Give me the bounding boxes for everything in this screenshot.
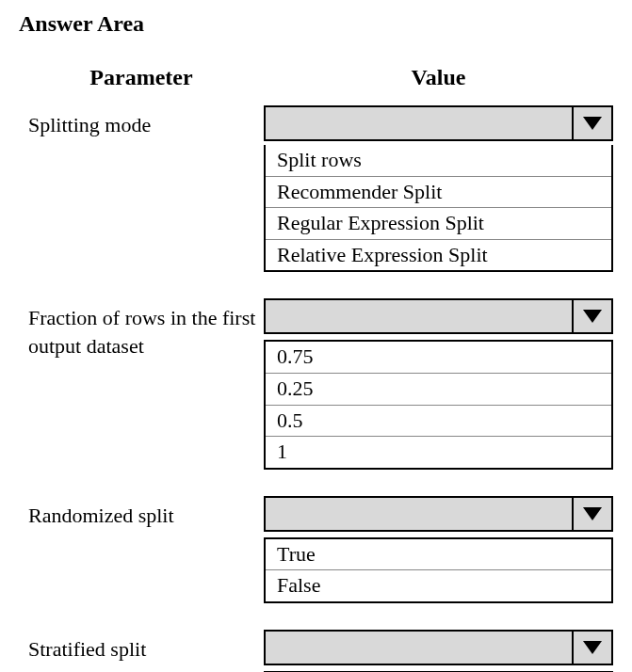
label-splitting-mode: Splitting mode — [19, 105, 264, 139]
svg-marker-2 — [583, 507, 602, 520]
option-1[interactable]: 1 — [266, 437, 611, 468]
column-headers: Parameter Value — [19, 65, 613, 90]
row-randomized: Randomized split True False — [19, 496, 613, 603]
chevron-down-icon[interactable] — [572, 498, 611, 530]
options-splitting-mode: Split rows Recommender Split Regular Exp… — [264, 145, 613, 272]
options-fraction: 0.75 0.25 0.5 1 — [264, 340, 613, 469]
dropdown-stratified[interactable] — [264, 630, 613, 665]
answer-area-title: Answer Area — [19, 11, 613, 37]
option-recommender-split[interactable]: Recommender Split — [266, 177, 611, 209]
option-relative-expression-split[interactable]: Relative Expression Split — [266, 240, 611, 271]
chevron-down-icon[interactable] — [572, 107, 611, 139]
chevron-down-icon[interactable] — [572, 300, 611, 332]
row-fraction: Fraction of rows in the first output dat… — [19, 298, 613, 469]
dropdown-selected-splitting-mode — [266, 107, 572, 139]
option-randomized-false[interactable]: False — [266, 570, 611, 601]
option-split-rows[interactable]: Split rows — [266, 145, 611, 177]
svg-marker-3 — [583, 641, 602, 654]
svg-marker-1 — [583, 310, 602, 323]
row-stratified: Stratified split True False — [19, 630, 613, 672]
dropdown-randomized[interactable] — [264, 496, 613, 532]
chevron-down-icon[interactable] — [572, 632, 611, 664]
header-parameter: Parameter — [19, 65, 264, 90]
dropdown-selected-fraction — [266, 300, 572, 332]
header-value: Value — [264, 65, 613, 90]
option-0-75[interactable]: 0.75 — [266, 342, 611, 374]
dropdown-splitting-mode[interactable] — [264, 105, 613, 141]
label-stratified: Stratified split — [19, 630, 264, 664]
options-randomized: True False — [264, 537, 613, 603]
row-splitting-mode: Splitting mode Split rows Recommender Sp… — [19, 105, 613, 272]
dropdown-fraction[interactable] — [264, 298, 613, 334]
option-0-25[interactable]: 0.25 — [266, 374, 611, 406]
option-0-5[interactable]: 0.5 — [266, 406, 611, 438]
option-regular-expression-split[interactable]: Regular Expression Split — [266, 208, 611, 240]
label-fraction: Fraction of rows in the first output dat… — [19, 298, 264, 360]
dropdown-selected-randomized — [266, 498, 572, 530]
option-randomized-true[interactable]: True — [266, 539, 611, 571]
svg-marker-0 — [583, 117, 602, 130]
dropdown-selected-stratified — [266, 632, 572, 664]
label-randomized: Randomized split — [19, 496, 264, 530]
